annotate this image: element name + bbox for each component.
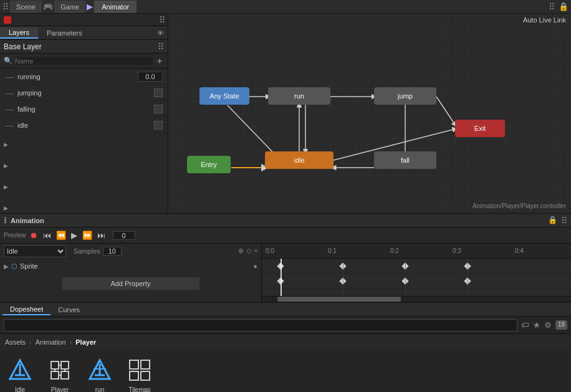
param-checkbox-jumping[interactable]	[154, 88, 163, 97]
param-dash-running: —	[5, 72, 14, 82]
add-param-button[interactable]: ＋	[155, 55, 164, 67]
state-anystate[interactable]: Any State	[199, 87, 249, 105]
param-value-running[interactable]	[138, 72, 163, 82]
prev-frame-button[interactable]: ⏪	[55, 231, 67, 240]
param-checkbox-idle[interactable]	[154, 121, 163, 130]
anim-left-panel: Idle Samples ⊕ ◇ ≈ ▶ ⬡ Sprite ● Add Prop…	[0, 244, 262, 302]
clip-select-row: Idle Samples ⊕ ◇ ≈	[0, 244, 261, 259]
search-icon: 🔍	[4, 57, 12, 65]
collapse-arrow-1[interactable]: ▶	[4, 138, 168, 151]
search-bar-input[interactable]	[4, 319, 517, 332]
param-jumping[interactable]: — jumping	[0, 85, 168, 101]
timeline-scrollbar[interactable]	[262, 296, 571, 302]
animator-header-menu[interactable]: ⠿	[158, 42, 164, 52]
asset-tilemap[interactable]: Tilemap	[126, 356, 153, 393]
state-jump[interactable]: jump	[374, 87, 436, 105]
assets-icons-row: Idle Player run	[0, 350, 571, 392]
tab-curves[interactable]: Curves	[50, 305, 87, 315]
tab-layers[interactable]: Layers	[0, 27, 38, 39]
top-right-menu[interactable]: ⠿	[549, 2, 555, 12]
search-filter-icon[interactable]: ⚙	[544, 320, 552, 330]
clip-diamond-icon[interactable]: ◇	[246, 247, 251, 255]
samples-label: Samples	[74, 247, 100, 255]
prev-keyframe-button[interactable]: ⏮	[42, 231, 52, 240]
game-icon: 🎮	[43, 2, 53, 11]
svg-rect-25	[130, 360, 138, 369]
frame-input[interactable]: 0	[113, 231, 135, 240]
top-right-lock[interactable]: 🔒	[559, 2, 569, 12]
left-panel-tabs: Layers Parameters 👁	[0, 26, 168, 40]
clip-grid-icon[interactable]: ⊕	[238, 247, 244, 255]
timeline-track-2	[262, 274, 571, 289]
asset-run[interactable]: run	[86, 356, 113, 393]
next-keyframe-button[interactable]: ⏭	[96, 231, 107, 240]
asset-run-icon	[86, 356, 113, 384]
svg-rect-26	[141, 360, 150, 369]
breadcrumb-assets[interactable]: Assets	[5, 338, 26, 346]
search-input[interactable]	[15, 57, 153, 65]
asset-player-icon	[46, 356, 74, 384]
clip-icons: ⊕ ◇ ≈	[238, 247, 257, 255]
top-tab-actions: ⠿ 🔒	[549, 2, 569, 12]
timeline-area: 0:0 0:1 0:2 0:3 0:4	[262, 244, 571, 302]
animator-header: Base Layer ⠿	[0, 40, 168, 54]
baselayer-label: Base Layer	[4, 42, 42, 51]
asset-idle[interactable]: Idle	[6, 356, 34, 393]
anim-lock-icon[interactable]: 🔒	[548, 216, 557, 226]
anim-menu-icon[interactable]: ⠿	[561, 216, 567, 226]
tab-parameters[interactable]: Parameters	[38, 28, 91, 38]
tab-dopesheet[interactable]: Dopesheet	[2, 304, 50, 315]
collapse-arrow-2[interactable]: ▶	[4, 160, 168, 172]
eye-icon[interactable]: 👁	[157, 29, 164, 37]
play-button[interactable]: ▶	[70, 231, 79, 240]
time-1: 0:1	[327, 247, 389, 254]
search-row: 🔍 ＋	[0, 54, 168, 69]
auto-live-link-label: Auto Live Link	[523, 16, 566, 24]
param-falling[interactable]: — falling	[0, 101, 168, 117]
asset-player-label: Player	[51, 386, 69, 393]
tab-game[interactable]: Game	[54, 1, 85, 13]
top-menu-icon[interactable]: ⠿	[2, 2, 9, 12]
samples-input[interactable]	[103, 247, 122, 256]
breadcrumb-sep-2: ›	[70, 338, 72, 346]
param-idle[interactable]: — idle	[0, 117, 168, 133]
collapse-arrow-4[interactable]: ▶	[4, 202, 168, 214]
param-running[interactable]: — running	[0, 69, 168, 85]
left-panel-menu[interactable]: ⠿	[159, 15, 165, 25]
panel-status-dot	[4, 16, 11, 24]
param-name-falling: falling	[17, 105, 150, 113]
clip-wave-icon[interactable]: ≈	[254, 247, 257, 255]
state-grid[interactable]: Auto Live Link	[168, 14, 571, 213]
asset-idle-label: Idle	[15, 386, 25, 393]
record-button[interactable]: ⏺	[29, 231, 39, 240]
state-fall[interactable]: fall	[374, 151, 436, 169]
scrollbar-thumb[interactable]	[277, 297, 401, 302]
param-checkbox-falling[interactable]	[154, 105, 163, 113]
controller-path: Animation/Player/Player.controller	[473, 203, 566, 209]
state-idle[interactable]: idle	[265, 151, 333, 169]
asset-player[interactable]: Player	[46, 356, 74, 393]
breadcrumb-animation[interactable]: Animation	[36, 338, 66, 346]
sprite-row: ▶ ⬡ Sprite ●	[0, 259, 261, 274]
animator-arrow-icon: ▶	[87, 2, 93, 11]
search-star-icon[interactable]: ★	[533, 320, 540, 330]
param-dash-idle: —	[5, 120, 14, 130]
collapse-arrow-3[interactable]: ▶	[4, 181, 168, 193]
search-bar-area: 🏷 ★ ⚙ 19	[0, 316, 571, 333]
timeline-tracks[interactable]	[262, 259, 571, 296]
param-name-jumping: jumping	[17, 89, 150, 97]
state-exit[interactable]: Exit	[455, 120, 505, 137]
tab-scene[interactable]: Scene	[10, 1, 42, 13]
add-property-button[interactable]: Add Property	[62, 277, 199, 290]
sprite-expand-icon[interactable]: ▶	[4, 263, 9, 270]
param-dash-falling: —	[5, 104, 14, 114]
timeline-header: 0:0 0:1 0:2 0:3 0:4	[262, 244, 571, 259]
state-run[interactable]: run	[268, 87, 330, 105]
breadcrumb-player[interactable]: Player	[75, 338, 96, 346]
state-fall-label: fall	[401, 156, 410, 164]
tab-animator[interactable]: Animator	[94, 1, 137, 13]
search-tag-icon[interactable]: 🏷	[521, 320, 529, 330]
next-frame-button[interactable]: ⏩	[81, 231, 94, 240]
clip-dropdown[interactable]: Idle	[4, 245, 66, 257]
state-entry[interactable]: Entry	[187, 156, 231, 173]
